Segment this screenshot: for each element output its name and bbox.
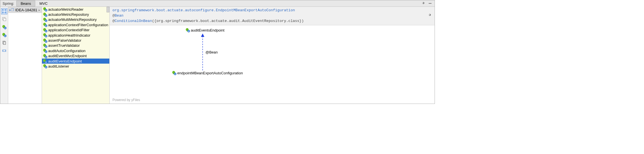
bean-icon — [43, 54, 47, 58]
bean-icon — [43, 44, 47, 48]
gear-icon[interactable] — [428, 13, 433, 18]
tab-mvc[interactable]: MVC — [35, 1, 52, 6]
diagram-edge — [110, 25, 435, 104]
header-bar: Spring: Beans MVC — [0, 0, 435, 7]
gear-icon[interactable] — [421, 1, 426, 6]
diagram-edge-label: @Bean — [205, 50, 218, 54]
scrollbar-thumb[interactable] — [107, 7, 109, 12]
vertical-toolbar — [0, 7, 8, 104]
bean-icon — [186, 28, 190, 32]
bean-icon — [172, 71, 176, 75]
svg-rect-2 — [2, 9, 3, 10]
diagram-node-top[interactable]: auditEventsEndpoint — [186, 28, 224, 32]
svg-rect-5 — [5, 12, 6, 13]
bean-item[interactable]: actuatorMultiMetricRepository — [42, 17, 109, 22]
tool-scope-icon[interactable] — [1, 8, 7, 14]
bean-icon — [43, 39, 47, 43]
bean-info-panel: org.springframework.boot.actuate.autocon… — [110, 7, 435, 25]
dependency-diagram[interactable]: auditEventsEndpoint @Bean endpointMBeanE… — [110, 25, 435, 104]
bean-icon — [43, 64, 47, 68]
project-name: IDEA-184281 — [15, 8, 37, 12]
bean-icon — [43, 49, 47, 53]
bean-list[interactable]: actuatorMetricReader actuatorMetricRepos… — [42, 7, 109, 69]
bean-item[interactable]: applicationContextIdFilter — [42, 28, 109, 33]
svg-rect-9 — [3, 42, 6, 44]
diagram-footer: Powered by yFiles — [112, 98, 140, 102]
tool-bean-lock-icon[interactable] — [1, 24, 7, 30]
tool-copy-icon[interactable] — [1, 40, 7, 46]
annotation-conditional[interactable]: ConditionalOnBean — [115, 19, 152, 23]
svg-rect-10 — [3, 50, 6, 52]
bean-icon — [43, 18, 47, 22]
svg-rect-7 — [3, 18, 6, 21]
bean-item[interactable]: actuatorMetricRepository — [42, 12, 109, 17]
bean-item[interactable]: actuatorMetricReader — [42, 7, 109, 12]
project-panel: ▸❐ IDEA-184281 ▸ — [8, 7, 42, 104]
bean-icon — [43, 59, 47, 63]
header-prefix: Spring: — [1, 1, 16, 6]
bean-item[interactable]: applicationContextFilterConfiguration — [42, 22, 109, 27]
bean-icon — [43, 7, 47, 11]
tool-stack-icon[interactable] — [1, 16, 7, 22]
svg-rect-1 — [3, 10, 6, 13]
svg-rect-0 — [429, 3, 431, 4]
bean-icon — [43, 33, 47, 37]
bean-list-panel: actuatorMetricReader actuatorMetricRepos… — [42, 7, 110, 104]
tool-bean-config-icon[interactable] — [1, 32, 7, 38]
svg-rect-4 — [2, 12, 3, 13]
bean-icon — [43, 23, 47, 27]
bean-icon — [43, 28, 47, 32]
svg-rect-3 — [5, 9, 6, 10]
bean-item[interactable]: auditListener — [42, 64, 109, 69]
bean-item-selected[interactable]: auditEventsEndpoint — [42, 59, 109, 64]
bean-item[interactable]: auditEventMvcEndpoint — [42, 53, 109, 59]
project-item[interactable]: ▸❐ IDEA-184281 ▸ — [8, 7, 42, 13]
bean-item[interactable]: assertTrueValidator — [42, 43, 109, 48]
diagram-node-bottom[interactable]: endpointMBeanExportAutoConfiguration — [172, 71, 243, 75]
tool-expand-icon[interactable] — [1, 48, 7, 54]
chevron-right-icon: ▸ — [39, 8, 40, 12]
declaring-class-link[interactable]: org.springframework.boot.actuate.autocon… — [112, 8, 295, 12]
folder-icon: ▸❐ — [9, 8, 14, 12]
minimize-icon[interactable] — [427, 1, 433, 6]
bean-item[interactable]: applicationHealthIndicator — [42, 33, 109, 38]
tab-beans[interactable]: Beans — [16, 1, 35, 6]
bean-item[interactable]: assertFalseValidator — [42, 38, 109, 43]
bean-icon — [43, 13, 47, 17]
detail-panel: org.springframework.boot.actuate.autocon… — [110, 7, 435, 104]
bean-item[interactable]: auditAutoConfiguration — [42, 48, 109, 53]
annotation-bean[interactable]: Bean — [115, 14, 123, 18]
